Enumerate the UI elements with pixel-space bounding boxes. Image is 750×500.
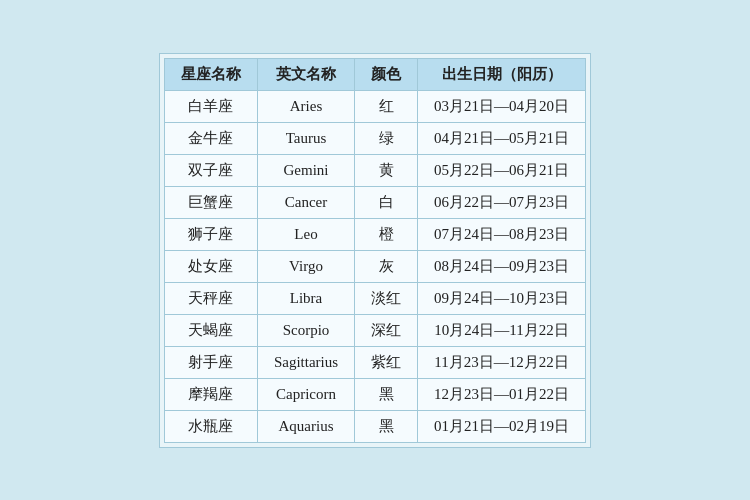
cell-color: 淡红 <box>355 282 418 314</box>
cell-color: 深红 <box>355 314 418 346</box>
cell-color: 灰 <box>355 250 418 282</box>
cell-color: 黄 <box>355 154 418 186</box>
table-row: 天秤座Libra淡红09月24日—10月23日 <box>164 282 585 314</box>
cell-chinese-name: 金牛座 <box>164 122 257 154</box>
cell-dates: 12月23日—01月22日 <box>418 378 586 410</box>
cell-color: 红 <box>355 90 418 122</box>
table-row: 双子座Gemini黄05月22日—06月21日 <box>164 154 585 186</box>
cell-english-name: Libra <box>257 282 354 314</box>
cell-chinese-name: 处女座 <box>164 250 257 282</box>
cell-english-name: Aries <box>257 90 354 122</box>
cell-chinese-name: 天蝎座 <box>164 314 257 346</box>
cell-english-name: Leo <box>257 218 354 250</box>
cell-dates: 09月24日—10月23日 <box>418 282 586 314</box>
cell-dates: 05月22日—06月21日 <box>418 154 586 186</box>
cell-english-name: Sagittarius <box>257 346 354 378</box>
table-body: 白羊座Aries红03月21日—04月20日金牛座Taurus绿04月21日—0… <box>164 90 585 442</box>
table-row: 水瓶座Aquarius黑01月21日—02月19日 <box>164 410 585 442</box>
cell-chinese-name: 摩羯座 <box>164 378 257 410</box>
zodiac-table-container: 星座名称 英文名称 颜色 出生日期（阳历） 白羊座Aries红03月21日—04… <box>159 53 591 448</box>
cell-color: 白 <box>355 186 418 218</box>
header-english-name: 英文名称 <box>257 58 354 90</box>
cell-chinese-name: 巨蟹座 <box>164 186 257 218</box>
cell-dates: 04月21日—05月21日 <box>418 122 586 154</box>
cell-dates: 10月24日—11月22日 <box>418 314 586 346</box>
cell-color: 紫红 <box>355 346 418 378</box>
cell-color: 黑 <box>355 378 418 410</box>
cell-chinese-name: 白羊座 <box>164 90 257 122</box>
cell-english-name: Capricorn <box>257 378 354 410</box>
cell-chinese-name: 水瓶座 <box>164 410 257 442</box>
cell-color: 橙 <box>355 218 418 250</box>
table-row: 处女座Virgo灰08月24日—09月23日 <box>164 250 585 282</box>
cell-color: 绿 <box>355 122 418 154</box>
header-color: 颜色 <box>355 58 418 90</box>
table-row: 巨蟹座Cancer白06月22日—07月23日 <box>164 186 585 218</box>
table-row: 狮子座Leo橙07月24日—08月23日 <box>164 218 585 250</box>
table-row: 金牛座Taurus绿04月21日—05月21日 <box>164 122 585 154</box>
cell-dates: 03月21日—04月20日 <box>418 90 586 122</box>
header-dates: 出生日期（阳历） <box>418 58 586 90</box>
zodiac-table: 星座名称 英文名称 颜色 出生日期（阳历） 白羊座Aries红03月21日—04… <box>164 58 586 443</box>
cell-english-name: Cancer <box>257 186 354 218</box>
cell-chinese-name: 狮子座 <box>164 218 257 250</box>
cell-dates: 08月24日—09月23日 <box>418 250 586 282</box>
table-row: 天蝎座Scorpio深红10月24日—11月22日 <box>164 314 585 346</box>
cell-color: 黑 <box>355 410 418 442</box>
table-row: 摩羯座Capricorn黑12月23日—01月22日 <box>164 378 585 410</box>
cell-chinese-name: 射手座 <box>164 346 257 378</box>
cell-english-name: Virgo <box>257 250 354 282</box>
cell-english-name: Gemini <box>257 154 354 186</box>
cell-english-name: Aquarius <box>257 410 354 442</box>
table-row: 白羊座Aries红03月21日—04月20日 <box>164 90 585 122</box>
table-header-row: 星座名称 英文名称 颜色 出生日期（阳历） <box>164 58 585 90</box>
cell-english-name: Scorpio <box>257 314 354 346</box>
cell-english-name: Taurus <box>257 122 354 154</box>
cell-chinese-name: 天秤座 <box>164 282 257 314</box>
header-chinese-name: 星座名称 <box>164 58 257 90</box>
cell-dates: 06月22日—07月23日 <box>418 186 586 218</box>
cell-dates: 07月24日—08月23日 <box>418 218 586 250</box>
table-row: 射手座Sagittarius紫红11月23日—12月22日 <box>164 346 585 378</box>
cell-chinese-name: 双子座 <box>164 154 257 186</box>
cell-dates: 11月23日—12月22日 <box>418 346 586 378</box>
cell-dates: 01月21日—02月19日 <box>418 410 586 442</box>
